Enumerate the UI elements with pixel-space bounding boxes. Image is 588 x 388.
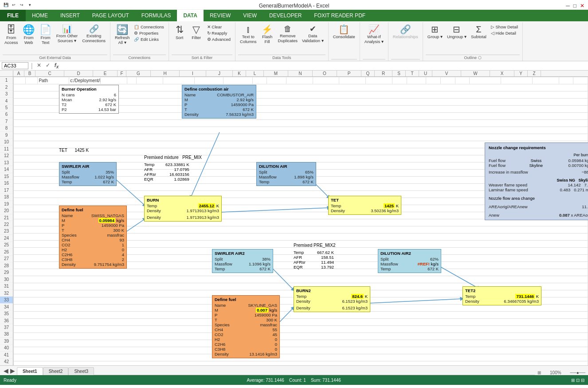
tab-file[interactable]: FILE — [0, 10, 26, 21]
advanced-button[interactable]: ⚙ Advanced — [205, 36, 232, 42]
col-header-R[interactable]: R — [375, 71, 392, 76]
row-num-20[interactable]: 20 — [0, 207, 13, 214]
col-header-V[interactable]: V — [432, 71, 461, 76]
tab-home[interactable]: HOME — [26, 10, 54, 21]
col-header-M[interactable]: M — [264, 71, 288, 76]
row-num-11[interactable]: 11 — [0, 146, 13, 152]
row-num-13[interactable]: 13 — [0, 159, 13, 166]
consolidate-button[interactable]: 📋 Consolidate — [331, 24, 357, 40]
row-num-34[interactable]: 34 — [0, 304, 13, 310]
row-num-21[interactable]: 21 — [0, 214, 13, 221]
row-num-24[interactable]: 24 — [0, 235, 13, 242]
filter-button[interactable]: ▽ Filter — [188, 24, 204, 41]
tab-insert[interactable]: INSERT — [54, 10, 86, 21]
from-text-button[interactable]: 📄 FromText — [38, 24, 54, 46]
sort-button[interactable]: ⇅ Sort — [172, 24, 188, 41]
row-num-26[interactable]: 26 — [0, 249, 13, 255]
data-validation-button[interactable]: ✔ DataValidation ▾ — [300, 24, 325, 44]
col-header-P[interactable]: P — [337, 71, 361, 76]
tab-review[interactable]: REVIEW — [204, 10, 237, 21]
refresh-all-button[interactable]: 🔄 RefreshAll ▾ — [113, 24, 131, 46]
tab-foxitpdf[interactable]: FOXIT READER PDF — [308, 10, 372, 21]
row-num-33[interactable]: 33 — [0, 297, 13, 303]
col-header-A[interactable]: A — [13, 71, 24, 76]
row-num-3[interactable]: 3 — [0, 91, 13, 97]
save-icon[interactable]: 💾 — [3, 2, 9, 8]
col-header-X[interactable]: X — [490, 71, 514, 76]
tab-pagelayout[interactable]: PAGE LAYOUT — [86, 10, 135, 21]
cell-area[interactable]: Path c:/Deployment/NASA — [13, 77, 588, 365]
zoom-normal-button[interactable]: ⊞ — [537, 370, 541, 375]
text-to-columns-button[interactable]: ⫿ Text toColumns — [238, 24, 259, 45]
col-header-G[interactable]: G — [126, 71, 151, 76]
tab-developer[interactable]: DEVELOPER — [263, 10, 308, 21]
whatif-button[interactable]: 📈 What-IfAnalysis ▾ — [363, 24, 385, 45]
show-detail-button[interactable]: ▷ Show Detail — [489, 24, 520, 30]
row-num-32[interactable]: 32 — [0, 290, 13, 297]
row-num-19[interactable]: 19 — [0, 201, 13, 207]
row-num-7[interactable]: 7 — [0, 118, 13, 125]
row-num-30[interactable]: 30 — [0, 276, 13, 283]
row-num-38[interactable]: 38 — [0, 331, 13, 338]
row-num-42[interactable]: 42 — [0, 359, 13, 365]
relationships-button[interactable]: 🔗 Relationships — [391, 24, 420, 40]
row-num-27[interactable]: 27 — [0, 256, 13, 262]
col-header-H[interactable]: H — [151, 71, 180, 76]
row-num-22[interactable]: 22 — [0, 221, 13, 228]
row-num-14[interactable]: 14 — [0, 166, 13, 173]
maximize-button[interactable]: □ — [573, 1, 576, 11]
remove-duplicates-button[interactable]: 🗑 RemoveDuplicates — [276, 24, 299, 44]
zoom-slider[interactable]: ──●── — [570, 370, 585, 375]
row-num-17[interactable]: 17 — [0, 187, 13, 194]
subtotal-button[interactable]: Σ Subtotal — [469, 24, 488, 40]
col-header-K[interactable]: K — [233, 71, 246, 76]
row-num-36[interactable]: 36 — [0, 317, 13, 324]
hide-detail-button[interactable]: ◁ Hide Detail — [489, 30, 520, 36]
row-num-4[interactable]: 4 — [0, 98, 13, 104]
row-num-35[interactable]: 35 — [0, 310, 13, 317]
col-header-C[interactable]: C — [35, 71, 64, 76]
col-header-F[interactable]: F — [118, 71, 126, 76]
cancel-formula-button[interactable]: ✕ — [35, 62, 43, 69]
row-num-41[interactable]: 41 — [0, 352, 13, 358]
col-header-T[interactable]: T — [406, 71, 419, 76]
sheet-tab-2[interactable]: Sheet2 — [43, 367, 69, 375]
row-num-18[interactable]: 18 — [0, 194, 13, 200]
row-num-23[interactable]: 23 — [0, 228, 13, 235]
reapply-button[interactable]: ↻ Reapply — [205, 30, 232, 36]
col-header-L[interactable]: L — [246, 71, 264, 76]
row-num-40[interactable]: 40 — [0, 345, 13, 352]
group-button[interactable]: ⊞ Group ▾ — [426, 24, 444, 40]
properties-button[interactable]: ⚙ Properties — [132, 30, 165, 36]
col-header-Q[interactable]: Q — [361, 71, 375, 76]
cell-reference-input[interactable] — [2, 62, 28, 69]
row-num-9[interactable]: 9 — [0, 132, 13, 139]
col-header-Y[interactable]: Y — [514, 71, 528, 76]
col-header-B[interactable]: B — [24, 71, 35, 76]
row-num-1[interactable]: 1 — [0, 77, 13, 83]
col-header-S[interactable]: S — [392, 71, 406, 76]
minimize-button[interactable]: ─ — [566, 1, 570, 11]
row-num-39[interactable]: 39 — [0, 338, 13, 344]
edit-links-button[interactable]: 🔗 Edit Links — [132, 36, 165, 42]
row-num-8[interactable]: 8 — [0, 125, 13, 132]
from-other-sources-button[interactable]: 📊 From OtherSources ▾ — [55, 24, 80, 44]
existing-connections-button[interactable]: 🔗 ExistingConnections — [80, 24, 107, 44]
col-header-W[interactable]: W — [461, 71, 490, 76]
confirm-formula-button[interactable]: ✓ — [44, 62, 51, 69]
tab-navigation-controls[interactable]: ◀ ▶ — [2, 366, 17, 375]
col-header-J[interactable]: J — [206, 71, 233, 76]
col-header-D[interactable]: D — [64, 71, 93, 76]
row-num-16[interactable]: 16 — [0, 180, 13, 186]
insert-function-button[interactable]: fx — [53, 62, 60, 69]
ungroup-button[interactable]: ⊟ Ungroup ▾ — [445, 24, 468, 40]
redo-icon[interactable]: ↪ — [19, 2, 25, 8]
col-header-I[interactable]: I — [180, 71, 206, 76]
connections-button[interactable]: 📋 Connections — [132, 24, 165, 30]
outline-expand-icon[interactable]: ⬡ — [478, 55, 482, 60]
flash-fill-button[interactable]: ⚡ FlashFill — [259, 24, 275, 45]
formula-input[interactable] — [62, 63, 586, 69]
row-num-28[interactable]: 28 — [0, 262, 13, 269]
row-num-12[interactable]: 12 — [0, 153, 13, 159]
tab-data[interactable]: DATA — [177, 10, 204, 21]
